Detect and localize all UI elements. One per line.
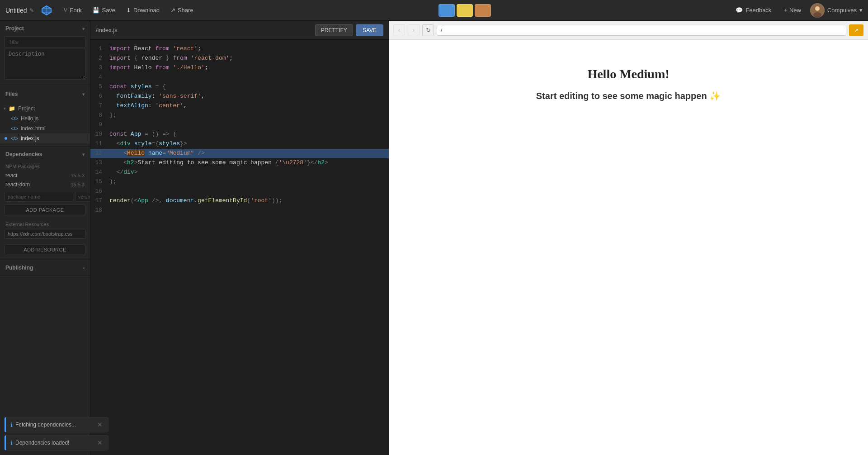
code-line-3: 3 import Hello from './Hello'; [90, 63, 389, 73]
color-swatches [439, 4, 491, 17]
files-chevron-icon: ▾ [82, 92, 85, 97]
share-button[interactable]: ↗ Share [166, 5, 198, 16]
preview-heading: Hello Medium! [536, 67, 721, 81]
description-input[interactable] [5, 48, 85, 80]
edit-title-icon[interactable]: ✎ [29, 7, 34, 14]
title-input[interactable] [5, 36, 85, 48]
new-button[interactable]: + New [780, 5, 805, 15]
package-name-input[interactable] [5, 192, 73, 202]
file-group-name: Project [18, 105, 35, 112]
preview-reload-button[interactable]: ↻ [422, 24, 434, 36]
file-code-icon: </> [11, 116, 18, 121]
project-title: Untitled ✎ [5, 7, 34, 14]
notification-1: ℹ Fetching dependencies... ✕ [5, 417, 108, 432]
editor-actions: PRETTIFY SAVE [315, 24, 383, 36]
add-package-button[interactable]: ADD PACKAGE [5, 204, 85, 215]
dependencies-chevron-icon: ▾ [82, 152, 85, 157]
dep-inputs [5, 192, 85, 202]
code-line-6: 6 fontFamily: 'sans-serif', [90, 92, 389, 101]
file-item-hello[interactable]: </> Hello.js [0, 114, 90, 123]
code-line-12: 12 <Hello name="Medium" /> [90, 149, 389, 158]
svg-point-5 [815, 6, 820, 11]
code-line-18: 18 [90, 206, 389, 215]
swatch-blue[interactable] [439, 4, 455, 17]
title-text: Untitled [5, 7, 27, 14]
fork-icon: ⑂ [64, 7, 67, 14]
file-group-header[interactable]: ▾ 📁 Project [0, 104, 90, 114]
add-resource-button[interactable]: ADD RESOURCE [5, 244, 85, 255]
preview-area: ‹ › ↻ ↗ Hello Medium! Start editing to s… [389, 21, 868, 455]
editor-filename: /index.js [96, 27, 118, 33]
code-line-8: 8 }; [90, 111, 389, 120]
dep-row-react-dom: react-dom 15.5.3 [5, 180, 85, 189]
preview-forward-button[interactable]: › [408, 24, 420, 36]
dependencies-section-header[interactable]: Dependencies ▾ [0, 147, 90, 162]
user-menu[interactable]: Compulves ▾ [810, 3, 863, 18]
topbar: Untitled ✎ ⑂ Fork 💾 Save ⬇ Download ↗ Sh… [0, 0, 868, 21]
open-in-new-button[interactable]: ↗ [849, 24, 863, 36]
editor-save-button[interactable]: SAVE [356, 24, 383, 36]
swatch-orange[interactable] [475, 4, 491, 17]
svg-point-6 [813, 12, 821, 18]
download-icon: ⬇ [126, 7, 131, 14]
files-section: Files ▾ ▾ 📁 Project </> Hello.js </> [0, 86, 90, 147]
code-line-17: 17 render(<App />, document.getElementBy… [90, 196, 389, 206]
notifications-container: ℹ Fetching dependencies... ✕ ℹ Dependenc… [5, 417, 108, 450]
topbar-actions: ⑂ Fork 💾 Save ⬇ Download ↗ Share [59, 5, 198, 16]
code-line-9: 9 [90, 120, 389, 130]
file-item-indexhtml[interactable]: </> index.html [0, 123, 90, 133]
notification-1-text: Fetching dependencies... [15, 422, 76, 428]
file-item-indexjs[interactable]: </> index.js [0, 133, 90, 143]
preview-url-input[interactable] [437, 25, 846, 36]
swatch-yellow[interactable] [457, 4, 473, 17]
publishing-chevron-icon: ‹ [83, 265, 85, 270]
editor-topbar: /index.js PRETTIFY SAVE [90, 21, 389, 40]
code-line-5: 5 const styles = { [90, 82, 389, 92]
app-logo [39, 3, 54, 18]
avatar [810, 3, 825, 18]
notification-2-content: ℹ Dependencies loaded! [10, 440, 69, 446]
project-section-header[interactable]: Project ▾ [0, 21, 90, 36]
share-icon: ↗ [170, 7, 175, 14]
version-input[interactable] [75, 192, 90, 202]
info-icon-1: ℹ [10, 422, 13, 428]
files-section-header[interactable]: Files ▾ [0, 86, 90, 102]
preview-content: Hello Medium! Start editing to see some … [389, 40, 868, 455]
active-file-dot [5, 137, 7, 140]
notification-1-close[interactable]: ✕ [96, 421, 104, 428]
notification-2-text: Dependencies loaded! [15, 440, 69, 446]
preview-back-button[interactable]: ‹ [393, 24, 405, 36]
save-icon: 💾 [92, 7, 99, 14]
code-line-7: 7 textAlign: 'center', [90, 101, 389, 111]
file-tree: ▾ 📁 Project </> Hello.js </> index.html [0, 102, 90, 146]
notification-2-close[interactable]: ✕ [96, 439, 104, 446]
file-code-icon-3: </> [11, 136, 18, 141]
file-code-icon-2: </> [11, 126, 18, 131]
external-resources-label: External Resources [5, 220, 85, 229]
code-line-11: 11 <div style={styles}> [90, 139, 389, 149]
editor-area: /index.js PRETTIFY SAVE 1 import React f… [90, 21, 389, 455]
publishing-section-header[interactable]: Publishing ‹ [0, 260, 90, 275]
dependencies-content: NPM Packages react 15.5.3 react-dom 15.5… [0, 162, 90, 260]
group-chevron-icon: ▾ [4, 106, 6, 111]
save-button[interactable]: 💾 Save [88, 5, 120, 16]
feedback-icon: 💬 [736, 7, 743, 14]
project-section: Project ▾ [0, 21, 90, 86]
topbar-right: 💬 Feedback + New Compulves ▾ [732, 3, 863, 18]
dep-row-react: react 15.5.3 [5, 171, 85, 180]
project-chevron-icon: ▾ [82, 26, 85, 31]
notification-2: ℹ Dependencies loaded! ✕ [5, 435, 108, 450]
notification-1-content: ℹ Fetching dependencies... [10, 422, 76, 428]
code-line-14: 14 </div> [90, 168, 389, 177]
code-line-13: 13 <h2>Start editing to see some magic h… [90, 158, 389, 168]
npm-packages-label: NPM Packages [5, 162, 85, 171]
download-button[interactable]: ⬇ Download [122, 5, 164, 16]
code-line-16: 16 [90, 187, 389, 196]
preview-body: Hello Medium! Start editing to see some … [536, 67, 721, 101]
fork-button[interactable]: ⑂ Fork [59, 5, 86, 16]
code-area[interactable]: 1 import React from 'react'; 2 import { … [90, 40, 389, 455]
prettify-button[interactable]: PRETTIFY [315, 24, 353, 36]
feedback-button[interactable]: 💬 Feedback [732, 5, 775, 15]
external-resource-input[interactable] [5, 229, 85, 239]
user-chevron-icon: ▾ [859, 7, 863, 14]
